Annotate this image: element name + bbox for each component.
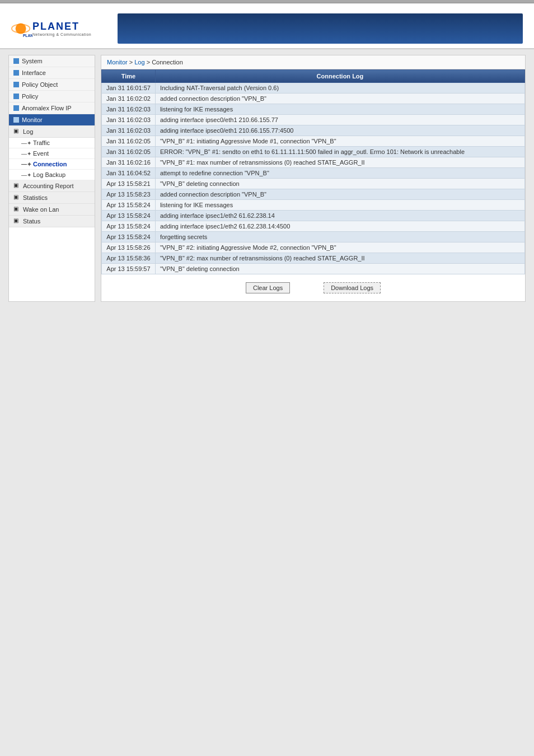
log-time-cell: Apr 13 15:58:26 [102, 242, 156, 253]
sidebar-sub-event[interactable]: —✦ Event [9, 148, 95, 159]
table-row: Jan 31 16:02:02added connection descript… [102, 94, 525, 104]
table-row: Jan 31 16:02:05"VPN_B" #1: initiating Ag… [102, 136, 525, 147]
table-row: Jan 31 16:02:03adding interface ipsec0/e… [102, 115, 525, 125]
system-icon [13, 58, 19, 64]
sidebar-sub-traffic[interactable]: —✦ Traffic [9, 138, 95, 148]
table-row: Apr 13 15:58:36"VPN_B" #2: max number of… [102, 253, 525, 264]
table-row: Apr 13 15:58:24adding interface ipsec1/e… [102, 221, 525, 232]
table-row: Apr 13 15:58:21"VPN_B" deleting connecti… [102, 179, 525, 189]
log-time-cell: Apr 13 15:58:24 [102, 211, 156, 221]
breadcrumb-monitor[interactable]: Monitor [107, 59, 128, 66]
log-message-cell: attempt to redefine connection "VPN_B" [155, 168, 524, 179]
log-message-cell: listening for IKE messages [155, 104, 524, 115]
sidebar-item-system[interactable]: System [9, 55, 95, 67]
sidebar-label-wake-on-lan: Wake on Lan [23, 206, 59, 213]
log-time-cell: Jan 31 16:02:16 [102, 157, 156, 168]
log-time-cell: Apr 13 15:58:24 [102, 232, 156, 242]
log-time-cell: Apr 13 15:58:36 [102, 253, 156, 264]
log-time-cell: Jan 31 16:02:03 [102, 125, 156, 136]
table-row: Apr 13 15:59:57"VPN_B" deleting connecti… [102, 264, 525, 274]
status-expand-icon: ▣ [13, 217, 21, 225]
sidebar-label-system: System [22, 58, 43, 64]
log-time-cell: Apr 13 15:58:24 [102, 221, 156, 232]
sidebar-item-interface[interactable]: Interface [9, 67, 95, 79]
interface-icon [13, 70, 19, 76]
page-wrapper: PLANET PLANET Networking & Communication… [0, 0, 534, 756]
log-message-cell: adding interface ipsec1/eth2 61.62.238.1… [155, 211, 524, 221]
log-message-cell: added connection description "VPN_B" [155, 189, 524, 200]
breadcrumb: Monitor > Log > Connection [101, 55, 525, 69]
log-time-cell: Apr 13 15:58:24 [102, 200, 156, 211]
sidebar-label-connection: Connection [33, 161, 67, 167]
log-message-cell: Including NAT-Traversal patch (Version 0… [155, 83, 524, 94]
traffic-arrow-icon: —✦ [21, 140, 31, 146]
log-message-cell: "VPN_B" #1: max number of retransmission… [155, 157, 524, 168]
sidebar-item-policy-object[interactable]: Policy Object [9, 79, 95, 91]
table-row: Jan 31 16:02:03adding interface ipsec0/e… [102, 125, 525, 136]
sidebar-label-traffic: Traffic [33, 139, 50, 146]
sidebar-item-anomalex[interactable]: Anomalex Flow IP [9, 102, 95, 114]
log-message-cell: adding interface ipsec0/eth1 210.66.155.… [155, 115, 524, 125]
sidebar-item-monitor[interactable]: Monitor [9, 114, 95, 126]
sidebar: System Interface Policy Object Policy An… [8, 55, 95, 302]
policy-object-icon [13, 82, 19, 87]
sidebar-label-policy-object: Policy Object [22, 81, 58, 88]
log-message-cell: "VPN_B" deleting connection [155, 264, 524, 274]
log-time-cell: Jan 31 16:02:05 [102, 136, 156, 147]
log-time-cell: Jan 31 16:02:05 [102, 147, 156, 157]
log-time-cell: Apr 13 15:58:21 [102, 179, 156, 189]
sidebar-item-policy[interactable]: Policy [9, 91, 95, 102]
table-row: Jan 31 16:02:16"VPN_B" #1: max number of… [102, 157, 525, 168]
log-message-cell: added connection description "VPN_B" [155, 94, 524, 104]
log-backup-arrow-icon: —✦ [21, 172, 31, 178]
table-row: Apr 13 15:58:24listening for IKE message… [102, 200, 525, 211]
log-message-cell: forgetting secrets [155, 232, 524, 242]
header-area: PLANET PLANET Networking & Communication [0, 3, 534, 49]
anomalex-icon [13, 105, 19, 111]
log-message-cell: ERROR: "VPN_B" #1: sendto on eth1 to 61.… [155, 147, 524, 157]
sidebar-group-log[interactable]: ▣ Log [9, 126, 95, 138]
sidebar-label-anomalex: Anomalex Flow IP [22, 105, 72, 111]
breadcrumb-connection: Connection [152, 59, 183, 66]
sidebar-group-accounting[interactable]: ▣ Accounting Report [9, 180, 95, 192]
clear-logs-button[interactable]: Clear Logs [246, 282, 290, 293]
sidebar-label-monitor: Monitor [22, 116, 43, 123]
log-time-cell: Jan 31 16:02:03 [102, 115, 156, 125]
download-logs-button[interactable]: Download Logs [324, 282, 381, 293]
log-message-cell: listening for IKE messages [155, 200, 524, 211]
sidebar-label-event: Event [33, 150, 49, 157]
planet-logo-icon: PLANET [11, 18, 32, 39]
sidebar-label-log: Log [23, 128, 33, 135]
table-row: Apr 13 15:58:24adding interface ipsec1/e… [102, 211, 525, 221]
sidebar-sub-log-backup[interactable]: —✦ Log Backup [9, 170, 95, 180]
sidebar-label-status: Status [23, 218, 40, 225]
statistics-expand-icon: ▣ [13, 194, 21, 202]
table-row: Jan 31 16:02:05ERROR: "VPN_B" #1: sendto… [102, 147, 525, 157]
log-expand-icon: ▣ [13, 128, 21, 136]
col-header-time: Time [102, 70, 156, 83]
col-header-log: Connection Log [155, 70, 524, 83]
sidebar-sub-connection[interactable]: —✦ Connection [9, 159, 95, 170]
table-row: Apr 13 15:58:24forgetting secrets [102, 232, 525, 242]
breadcrumb-sep1: > [129, 59, 134, 66]
log-message-cell: adding interface ipsec0/eth1 210.66.155.… [155, 125, 524, 136]
sidebar-label-interface: Interface [22, 69, 46, 76]
logo-text: PLANET [32, 21, 79, 32]
policy-icon [13, 94, 19, 99]
connection-arrow-icon: —✦ [21, 161, 31, 167]
wake-on-lan-expand-icon: ▣ [13, 206, 21, 213]
breadcrumb-log[interactable]: Log [134, 59, 144, 66]
nav-banner [118, 13, 523, 44]
sidebar-group-statistics[interactable]: ▣ Statistics [9, 192, 95, 204]
sidebar-group-wake-on-lan[interactable]: ▣ Wake on Lan [9, 204, 95, 216]
log-message-cell: "VPN_B" deleting connection [155, 179, 524, 189]
log-message-cell: adding interface ipsec1/eth2 61.62.238.1… [155, 221, 524, 232]
button-bar: Clear Logs Download Logs [101, 274, 525, 301]
log-time-cell: Apr 13 15:58:23 [102, 189, 156, 200]
sidebar-label-accounting: Accounting Report [23, 183, 74, 189]
log-time-cell: Jan 31 16:04:52 [102, 168, 156, 179]
content-area: Monitor > Log > Connection Time Connecti… [101, 55, 526, 302]
sidebar-group-status[interactable]: ▣ Status [9, 216, 95, 227]
accounting-expand-icon: ▣ [13, 182, 21, 190]
sidebar-label-policy: Policy [22, 93, 38, 100]
